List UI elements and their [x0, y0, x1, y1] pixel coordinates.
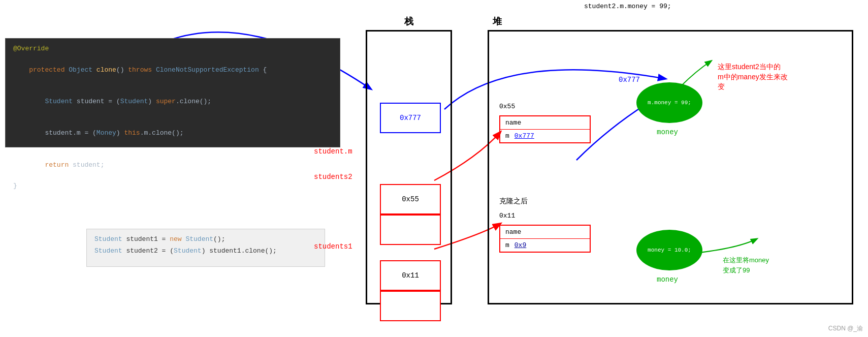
code-line-3: Student student = (Student) super.clone(…: [13, 86, 332, 117]
label-ke-long: 克隆之后: [499, 197, 528, 206]
heap-addr-0x11: 0x11: [499, 212, 515, 220]
heap-obj-0x55-m: m 0x777: [500, 130, 590, 142]
code-panel2: Student student1 = new Student(); Studen…: [86, 229, 325, 267]
code-line-4: student.m = (Money) this.m.clone();: [13, 118, 332, 149]
annotation-money99: 在这里将money 变成了99: [723, 255, 769, 275]
label-students1: students1: [314, 242, 352, 251]
money-circle-top: m.money = 99;: [636, 82, 702, 123]
stack-title: 栈: [358, 15, 460, 27]
money-label-bottom: money: [657, 275, 678, 284]
code2-line1: Student student1 = new Student();: [94, 233, 317, 245]
money-circle-bottom: money = 10.0;: [636, 230, 702, 270]
stack-value-0x777: 0x777: [400, 114, 421, 122]
code2-line2: Student student2 = (Student) student1.cl…: [94, 245, 317, 257]
circle-bottom-text: money = 10.0;: [648, 247, 691, 253]
top-code-snippet: student2.m.money = 99;: [584, 3, 671, 10]
watermark: CSDN @_渝: [828, 324, 863, 333]
annotation-student2: 这里student2当中的 m中的maney发生来改 变: [718, 62, 788, 92]
circle-top-text: m.money = 99;: [648, 100, 691, 106]
code-line-2: protected Object clone() throws CloneNot…: [13, 54, 332, 86]
stack-cell-students1: 0x11: [380, 260, 441, 291]
stack-value-0x55: 0x55: [402, 195, 419, 203]
stack-section: 栈 0x777 0x55 0x11: [358, 15, 460, 304]
top-code-text: student2.m.money = 99;: [584, 3, 671, 10]
code-line-5: return student;: [13, 149, 332, 181]
money-label-top: money: [657, 128, 678, 136]
heap-obj-0x55-name: name: [500, 116, 590, 130]
label-student-m: student.m: [314, 147, 352, 156]
stack-cell-empty1: [380, 215, 441, 245]
stack-cell-students2: 0x55: [380, 184, 441, 215]
stack-cell-empty2: [380, 291, 441, 321]
heap-section: 堆 name m 0x777 0x55 克隆之后 name m 0x9 0x11…: [488, 15, 863, 304]
code-line-6: }: [13, 181, 332, 192]
heap-box: name m 0x777 0x55 克隆之后 name m 0x9 0x11 m…: [488, 30, 853, 304]
label-students2: students2: [314, 173, 352, 181]
heap-obj-0x11: name m 0x9: [499, 225, 591, 253]
stack-cell-student-m: 0x777: [380, 103, 441, 133]
heap-obj-0x11-name: name: [500, 226, 590, 239]
heap-obj-0x11-m: m 0x9: [500, 239, 590, 252]
code-editor-panel: @Override protected Object clone() throw…: [5, 38, 340, 147]
stack-value-0x11: 0x11: [402, 271, 419, 280]
heap-title: 堆: [493, 15, 863, 27]
stack-box: 0x777 0x55 0x11: [366, 30, 452, 304]
heap-addr-0x777: 0x777: [619, 76, 640, 84]
heap-addr-0x55: 0x55: [499, 103, 515, 110]
heap-obj-0x55: name m 0x777: [499, 115, 591, 143]
code-line-1: @Override: [13, 44, 332, 54]
